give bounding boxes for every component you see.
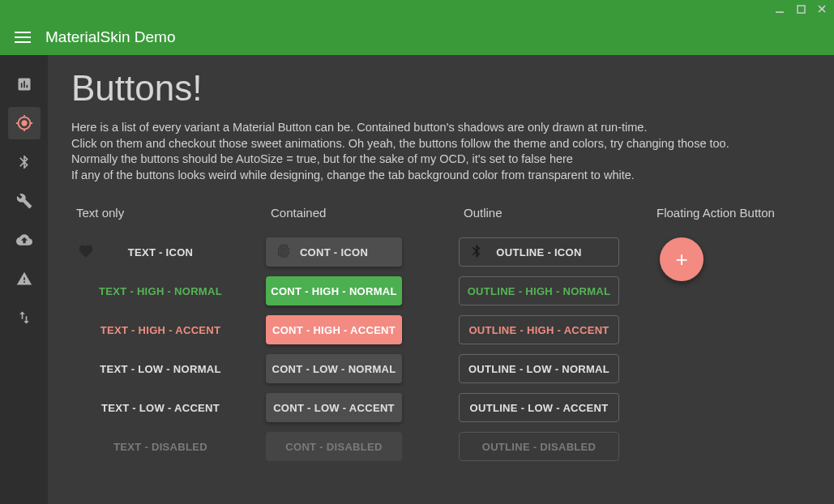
text-button-label: TEXT - HIGH - NORMAL xyxy=(99,285,222,297)
text-button-label: TEXT - HIGH - ACCENT xyxy=(101,324,221,336)
page-desc-line: Normally the buttons should be AutoSize … xyxy=(71,152,811,168)
outline-button-low-normal[interactable]: OUTLINE - LOW - NORMAL xyxy=(459,354,619,383)
text-button-icon[interactable]: TEXT - ICON xyxy=(71,237,250,267)
maximize-button[interactable] xyxy=(795,5,806,15)
text-button-label: TEXT - LOW - NORMAL xyxy=(100,363,220,375)
sidebar-item-chart[interactable] xyxy=(8,68,41,100)
contained-button-disabled: CONT - DISABLED xyxy=(266,432,402,461)
page-description: Here is a list of every variant a Materi… xyxy=(71,120,811,183)
app-title: MaterialSkin Demo xyxy=(45,28,176,46)
contained-button-label: CONT - HIGH - NORMAL xyxy=(271,285,396,297)
plus-icon: + xyxy=(675,249,687,270)
contained-button-label: CONT - DISABLED xyxy=(285,441,382,453)
contained-button-label: CONT - ICON xyxy=(300,246,368,258)
contained-button-low-accent[interactable]: CONT - LOW - ACCENT xyxy=(266,393,402,422)
hamburger-menu-button[interactable] xyxy=(15,31,31,44)
contained-button-label: CONT - HIGH - ACCENT xyxy=(272,324,396,336)
outline-button-high-normal[interactable]: OUTLINE - HIGH - NORMAL xyxy=(459,276,619,305)
contained-button-high-normal[interactable]: CONT - HIGH - NORMAL xyxy=(266,276,402,305)
page-desc-line: Click on them and checkout those sweet a… xyxy=(71,136,811,152)
col-header-text: Text only xyxy=(71,206,250,220)
outline-button-disabled: OUTLINE - DISABLED xyxy=(459,432,619,461)
fingerprint-icon xyxy=(276,243,292,262)
outline-button-label: OUTLINE - HIGH - NORMAL xyxy=(468,285,611,297)
column-contained: Contained CONT - ICON CONT - HIGH - NORM… xyxy=(266,206,443,471)
outline-button-low-accent[interactable]: OUTLINE - LOW - ACCENT xyxy=(459,393,619,422)
text-button-low-normal[interactable]: TEXT - LOW - NORMAL xyxy=(71,354,250,383)
text-button-high-normal[interactable]: TEXT - HIGH - NORMAL xyxy=(71,276,250,305)
sidebar-item-swap[interactable] xyxy=(8,301,41,334)
sidebar-item-target[interactable] xyxy=(8,107,41,139)
outline-button-high-accent[interactable]: OUTLINE - HIGH - ACCENT xyxy=(459,315,619,344)
close-button[interactable] xyxy=(816,4,828,15)
svg-rect-1 xyxy=(798,6,805,13)
sidebar-item-cloud-upload[interactable] xyxy=(8,224,41,256)
column-fab: Floating Action Button + xyxy=(652,206,811,471)
outline-button-icon[interactable]: OUTLINE - ICON xyxy=(459,237,619,267)
text-button-label: TEXT - LOW - ACCENT xyxy=(101,402,220,414)
column-outline: Outline OUTLINE - ICON OUTLINE - HIGH - … xyxy=(459,206,635,471)
contained-button-high-accent[interactable]: CONT - HIGH - ACCENT xyxy=(266,315,402,344)
text-button-high-accent[interactable]: TEXT - HIGH - ACCENT xyxy=(71,315,250,344)
outline-button-label: OUTLINE - DISABLED xyxy=(482,441,596,453)
contained-button-low-normal[interactable]: CONT - LOW - NORMAL xyxy=(266,354,402,383)
titlebar xyxy=(0,0,834,19)
appbar: MaterialSkin Demo xyxy=(0,19,834,55)
col-header-contained: Contained xyxy=(266,206,443,220)
outline-button-label: OUTLINE - HIGH - ACCENT xyxy=(468,324,609,336)
contained-button-label: CONT - LOW - ACCENT xyxy=(273,402,395,414)
bluetooth-icon xyxy=(469,244,484,261)
text-button-disabled: TEXT - DISABLED xyxy=(71,432,250,461)
sidebar-item-bluetooth[interactable] xyxy=(8,146,41,178)
contained-button-icon[interactable]: CONT - ICON xyxy=(266,237,402,267)
page-desc-line: If any of the buttons looks weird while … xyxy=(71,168,811,184)
minimize-button[interactable] xyxy=(774,4,785,15)
col-header-outline: Outline xyxy=(459,206,635,220)
column-text-only: Text only TEXT - ICON TEXT - HIGH - NORM… xyxy=(71,206,250,471)
sidebar xyxy=(0,55,49,504)
outline-button-label: OUTLINE - ICON xyxy=(496,246,581,258)
heart-icon xyxy=(78,243,94,262)
text-button-low-accent[interactable]: TEXT - LOW - ACCENT xyxy=(71,393,250,422)
contained-button-label: CONT - LOW - NORMAL xyxy=(272,363,396,375)
sidebar-item-warning[interactable] xyxy=(8,263,41,295)
outline-button-label: OUTLINE - LOW - ACCENT xyxy=(470,402,609,414)
fab-add-button[interactable]: + xyxy=(660,237,704,281)
text-button-label: TEXT - ICON xyxy=(128,246,194,258)
page-title: Buttons! xyxy=(71,68,811,109)
sidebar-item-wrench[interactable] xyxy=(8,185,41,217)
outline-button-label: OUTLINE - LOW - NORMAL xyxy=(468,363,609,375)
col-header-fab: Floating Action Button xyxy=(652,206,811,220)
page-desc-line: Here is a list of every variant a Materi… xyxy=(71,120,811,136)
content-area: Buttons! Here is a list of every variant… xyxy=(49,55,834,504)
text-button-label: TEXT - DISABLED xyxy=(113,441,207,453)
